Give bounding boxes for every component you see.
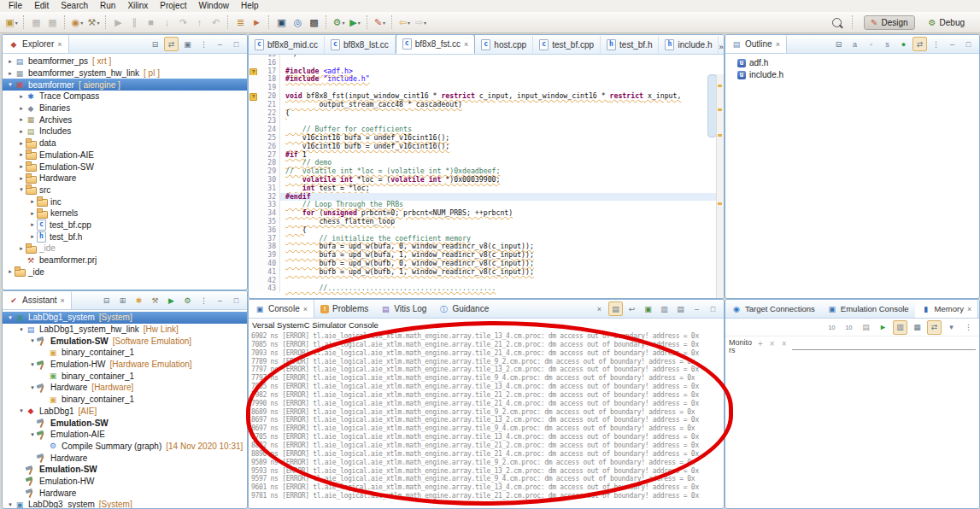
maximize-icon[interactable]: □ <box>961 37 976 51</box>
code-line-22[interactable]: 22{ <box>249 109 724 118</box>
minimize-icon[interactable]: – <box>945 37 959 51</box>
code-line-41[interactable]: 41 bufb = upd_w(bufb, 1, window_readincr… <box>249 268 724 277</box>
remove-all-monitors-icon[interactable]: × <box>780 339 789 348</box>
code-editor[interactable]: 15 */16?17#include <adf.h>18#include "in… <box>249 55 724 298</box>
expand-arrow-icon[interactable]: ▸ <box>17 245 26 252</box>
dropdown-arrow-icon[interactable]: ▾ <box>424 20 426 26</box>
forward-button[interactable]: ⇨▾ <box>414 15 428 30</box>
screenshot-button[interactable]: ▩ <box>307 15 321 30</box>
step-over-button[interactable]: ↷ <box>176 15 191 30</box>
export-icon[interactable]: ► <box>876 320 890 335</box>
dropdown-arrow-icon[interactable]: ▾ <box>342 20 344 26</box>
hide-static-icon[interactable]: s <box>880 37 895 51</box>
explorer-item-data[interactable]: ▸data <box>3 137 247 149</box>
debug-perspective-button[interactable]: ⚙ Debug <box>922 15 971 30</box>
maximize-icon[interactable]: □ <box>706 301 720 316</box>
code-line-43[interactable]: 43 //...................................… <box>249 284 724 293</box>
assistant-item-hardware[interactable]: Hardware <box>3 487 247 499</box>
explorer-item-beamformer-system-hw-link[interactable]: ▸▦beamformer_system_hw_link[ pl ] <box>3 67 247 79</box>
expand-arrow-icon[interactable]: ▸ <box>6 58 15 65</box>
debug-button[interactable]: ⚙▾ <box>332 15 346 30</box>
explorer-item-emulation-aie[interactable]: ▸Emulation-AIE <box>3 149 247 161</box>
code-line-35[interactable]: 35 chess_flatten_loop <box>249 218 724 226</box>
expand-arrow-icon[interactable]: ▸ <box>17 116 26 123</box>
hide-fields-icon[interactable]: ◦ <box>864 37 878 51</box>
suspend-button[interactable]: ∥ <box>127 15 142 30</box>
outline-view-tab[interactable]: ▤ Outline × <box>725 35 787 53</box>
optimize-button[interactable]: ✎▾ <box>373 15 387 30</box>
link-sync-icon[interactable]: ⇄ <box>927 320 942 335</box>
menu-project[interactable]: Project <box>154 0 192 12</box>
menu-xilinx[interactable]: Xilinx <box>121 0 154 12</box>
settings-icon[interactable]: ✱ <box>132 293 146 307</box>
build-icon[interactable]: ⚒ <box>148 293 162 307</box>
console-tab-problems[interactable]: !Problems <box>314 300 374 318</box>
explorer-item--ide[interactable]: ▸_ide <box>3 243 247 254</box>
focus-on-active-icon[interactable]: ▣ <box>180 37 195 51</box>
explorer-item-archives[interactable]: ▸▦Archives <box>3 114 247 126</box>
radix-16-icon[interactable]: 10 <box>824 320 839 335</box>
assistant-item-emulation-hw[interactable]: ▾Emulation-HW[Hardware Emulation] <box>3 359 247 371</box>
outline-item-include-h[interactable]: include.h <box>725 69 979 81</box>
expand-arrow-icon[interactable]: ▸ <box>6 70 15 77</box>
more-icon[interactable]: ⋮ <box>961 320 976 335</box>
view-tab-memory[interactable]: ▮Memory× <box>915 300 979 318</box>
expand-arrow-icon[interactable]: ▸ <box>17 140 26 147</box>
assistant-item-hardware[interactable]: Hardware <box>3 452 247 464</box>
editor-tab-bf8x8_lst.cc[interactable]: bf8x8_lst.cc <box>325 36 396 54</box>
expand-arrow-icon[interactable]: ▸ <box>28 210 37 217</box>
explorer-item-beamformer-prj[interactable]: ⚒beamformer.prj <box>3 254 247 266</box>
explorer-view-tab[interactable]: ◆ Explorer × <box>3 35 69 53</box>
warning-marker[interactable] <box>718 202 722 205</box>
warning-marker[interactable] <box>718 108 722 111</box>
open-console-icon[interactable]: ▤ <box>673 301 688 316</box>
terminal-button[interactable]: ▣ <box>274 15 289 30</box>
expand-arrow-icon[interactable]: ▸ <box>17 163 26 170</box>
assistant-item-emulation-sw[interactable]: ▾Emulation-SW[Software Emulation] <box>3 335 247 347</box>
expand-arrow-icon[interactable]: ▾ <box>17 186 26 193</box>
link-with-editor-icon[interactable]: ⇄ <box>164 37 179 51</box>
maximize-icon[interactable]: □ <box>229 37 244 51</box>
scroll-lock-icon[interactable]: ▤ <box>608 301 623 316</box>
explorer-item-beamformer[interactable]: ▾▣beamformer[ aiengine ] <box>3 79 247 91</box>
editor-tab-host.cpp[interactable]: host.cpp <box>475 36 533 54</box>
expand-arrow-icon[interactable]: ▾ <box>28 361 37 368</box>
editor-tab-bf8x8_mid.cc[interactable]: bf8x8_mid.cc <box>249 36 325 54</box>
terminate-button[interactable]: ■ <box>144 15 158 30</box>
dropdown-arrow-icon[interactable]: ▾ <box>97 20 99 26</box>
close-icon[interactable]: × <box>57 40 62 49</box>
editor-tab-bf8x8_fst.cc[interactable]: bf8x8_fst.cc× <box>396 34 476 54</box>
assistant-item-emulation-aie[interactable]: ▾Emulation-AIE <box>3 429 247 441</box>
console-tab-guidance[interactable]: ⓘGuidance <box>432 300 495 318</box>
run-icon[interactable]: ▶ <box>164 293 179 307</box>
link-with-editor-icon[interactable]: ⇄ <box>913 37 927 51</box>
warning-annotation-icon[interactable]: ? <box>249 68 257 76</box>
editor-tab-include.h[interactable]: include.h <box>659 36 719 54</box>
expand-arrow-icon[interactable]: ▸ <box>28 233 37 240</box>
explorer-item-beamformer-ps[interactable]: ▸▤beamformer_ps[ xrt ] <box>3 56 247 67</box>
step-return-button[interactable]: ↑ <box>192 15 207 30</box>
assistant-view-tab[interactable]: ✔ Assistant × <box>3 291 72 309</box>
assistant-item-binary-container-1[interactable]: ▣binary_container_1 <box>3 394 247 406</box>
close-tab-icon[interactable]: × <box>303 305 308 313</box>
hide-local-icon[interactable]: ● <box>896 37 911 51</box>
assistant-item-binary-container-1[interactable]: ▣binary_container_1 <box>3 347 247 359</box>
run-button[interactable]: ▶▾ <box>348 15 362 30</box>
sort-icon[interactable]: a <box>848 37 862 51</box>
explorer-item-hardware[interactable]: ▸Hardware <box>3 173 247 184</box>
expand-arrow-icon[interactable]: ▾ <box>6 314 15 321</box>
save-button[interactable]: ▦ <box>29 15 44 30</box>
view-menu-icon[interactable]: ⋮ <box>197 37 211 51</box>
assistant-item-binary-container-1[interactable]: ▣binary_container_1 <box>3 370 247 382</box>
expand-arrow-icon[interactable]: ▾ <box>6 81 15 88</box>
add-monitor-icon[interactable]: + <box>756 339 765 348</box>
pin-console-icon[interactable]: ▣ <box>641 301 655 316</box>
explorer-item--ide[interactable]: ▸_ide <box>3 266 247 278</box>
new-wizard-button[interactable]: ▣▾ <box>4 15 19 30</box>
debug-icon[interactable]: ⚙ <box>180 293 195 307</box>
table-view-icon[interactable]: ▦ <box>910 320 924 335</box>
explorer-item-test-bf-h[interactable]: ▸test_bf.h <box>3 231 247 243</box>
serial-button[interactable]: ◎ <box>290 15 305 30</box>
new-memory-view-icon[interactable]: ▤ <box>859 320 873 335</box>
close-icon[interactable]: × <box>776 40 780 49</box>
